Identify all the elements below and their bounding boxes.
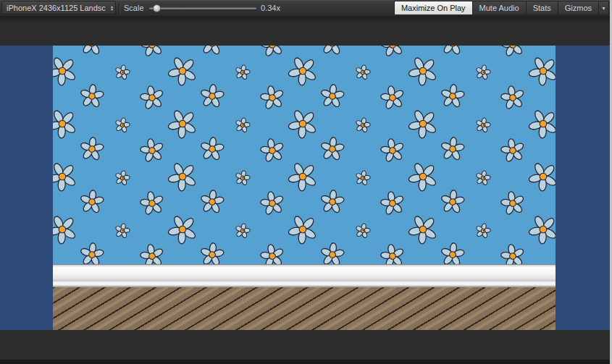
maximize-on-play-button[interactable]: Maximize On Play [394, 1, 472, 15]
unity-game-view: iPhoneX 2436x1125 Landsc ▴ ▾ Scale 0.34x… [0, 0, 612, 364]
mute-audio-button[interactable]: Mute Audio [472, 1, 526, 15]
game-viewport[interactable] [0, 46, 612, 330]
scale-slider-knob[interactable] [153, 4, 161, 12]
aspect-ratio-label: iPhoneX 2436x1125 Landsc [7, 4, 109, 12]
chevron-down-icon: ▼ [601, 6, 606, 11]
scale-value: 0.34x [261, 4, 281, 12]
window-bottom-edge [0, 360, 612, 364]
toolbar-separator [119, 2, 120, 14]
popup-arrows-icon: ▴ ▾ [111, 5, 113, 11]
stats-button[interactable]: Stats [526, 1, 558, 15]
scale-label: Scale [124, 4, 144, 12]
game-view-toolbar: iPhoneX 2436x1125 Landsc ▴ ▾ Scale 0.34x… [0, 0, 612, 16]
toolbar-button-group: Maximize On Play Mute Audio Stats Gizmos… [394, 1, 609, 15]
wallpaper [53, 46, 556, 264]
game-view-top-spacer [0, 16, 612, 46]
gizmos-button[interactable]: Gizmos [558, 1, 598, 15]
scale-slider-track[interactable] [149, 7, 256, 9]
flower-pattern [53, 46, 556, 264]
baseboard [53, 264, 556, 287]
game-view-bottom-spacer [0, 330, 612, 364]
scale-slider[interactable] [149, 0, 256, 16]
wood-floor [53, 287, 556, 330]
gizmos-dropdown-button[interactable]: ▼ [598, 1, 609, 15]
aspect-ratio-dropdown[interactable]: iPhoneX 2436x1125 Landsc ▴ ▾ [1, 1, 116, 14]
